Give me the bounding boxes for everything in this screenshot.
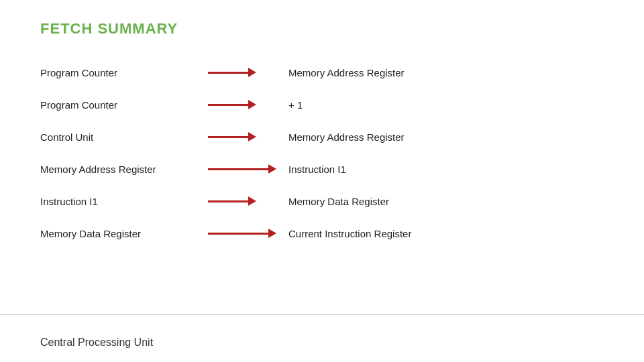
arrow-6 xyxy=(201,229,282,238)
arrow-2 xyxy=(201,100,282,109)
divider xyxy=(0,314,644,315)
footer-label: Central Processing Unit xyxy=(40,337,153,349)
fetch-row-1: Program CounterMemory Address Register xyxy=(40,56,604,88)
fetch-row-3: Control UnitMemory Address Register xyxy=(40,121,604,153)
right-label-1: Memory Address Register xyxy=(282,67,405,78)
arrow-5 xyxy=(201,196,282,206)
left-label-1: Program Counter xyxy=(40,67,201,78)
left-label-2: Program Counter xyxy=(40,99,201,111)
right-label-6: Current Instruction Register xyxy=(282,228,411,239)
fetch-rows: Program CounterMemory Address RegisterPr… xyxy=(40,56,604,249)
left-label-6: Memory Data Register xyxy=(40,228,201,239)
left-label-4: Memory Address Register xyxy=(40,164,201,175)
fetch-row-6: Memory Data RegisterCurrent Instruction … xyxy=(40,217,604,249)
main-content: FETCH SUMMARY Program CounterMemory Addr… xyxy=(0,0,644,263)
right-label-5: Memory Data Register xyxy=(282,196,389,207)
left-label-5: Instruction I1 xyxy=(40,196,201,207)
right-label-3: Memory Address Register xyxy=(282,131,405,143)
arrow-1 xyxy=(201,68,282,77)
right-label-4: Instruction I1 xyxy=(282,164,346,175)
left-label-3: Control Unit xyxy=(40,131,201,143)
fetch-row-2: Program Counter+ 1 xyxy=(40,88,604,121)
fetch-row-5: Instruction I1Memory Data Register xyxy=(40,185,604,217)
arrow-3 xyxy=(201,132,282,141)
page-title: FETCH SUMMARY xyxy=(40,20,604,38)
right-label-2: + 1 xyxy=(282,99,303,111)
fetch-row-4: Memory Address RegisterInstruction I1 xyxy=(40,153,604,185)
arrow-4 xyxy=(201,164,282,174)
